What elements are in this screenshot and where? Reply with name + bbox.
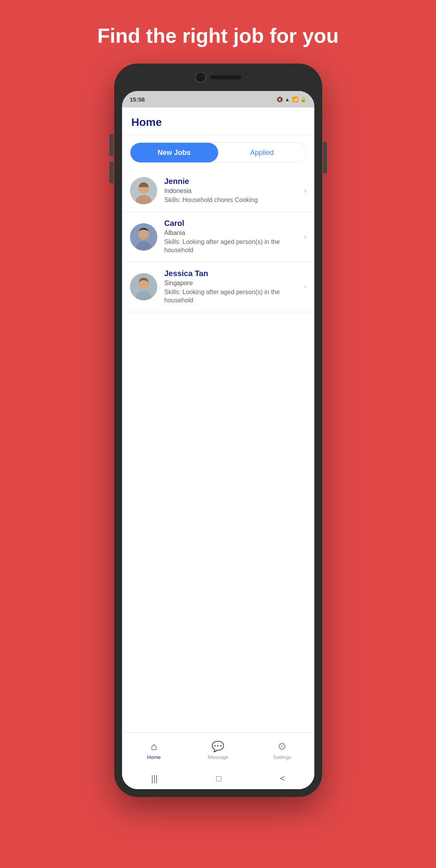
chevron-right-icon: › — [304, 233, 306, 240]
bottom-nav: ⌂ Home 💬 Message ⚙ Settings — [122, 732, 314, 768]
nav-home-label: Home — [147, 754, 161, 760]
avatar — [130, 223, 157, 251]
job-info: Carol Albania Skills: Looking after aged… — [164, 219, 301, 255]
page-headline: Find the right job for you — [82, 24, 354, 48]
android-back-button[interactable]: < — [280, 773, 285, 784]
chevron-right-icon: › — [304, 283, 306, 290]
home-icon: ⌂ — [151, 741, 157, 753]
android-home-button[interactable]: □ — [216, 773, 221, 784]
status-icons: 🔇 ▲ 📶 🔒 — [277, 96, 306, 102]
job-item[interactable]: Jennie Indonesia Skills: Household chore… — [122, 170, 314, 212]
tab-new-jobs[interactable]: New Jobs — [130, 143, 218, 162]
app-title: Home — [131, 116, 162, 128]
power-button — [323, 142, 327, 173]
nav-message-label: Message — [208, 754, 228, 760]
android-nav-bar: ||| □ < — [122, 768, 314, 789]
volume-up-button — [109, 134, 113, 156]
settings-icon: ⚙ — [277, 741, 286, 753]
job-skills: Skills: Household chores Cooking — [164, 196, 301, 204]
phone-shell: 15:58 🔇 ▲ 📶 🔒 Home New Jobs Applied — [114, 64, 322, 797]
job-applicant-name: Carol — [164, 219, 301, 228]
job-info: Jennie Indonesia Skills: Household chore… — [164, 177, 301, 204]
job-location: Indonesia — [164, 187, 301, 195]
job-skills: Skills: Looking after aged person(s) in … — [164, 238, 301, 255]
volume-down-button — [109, 162, 113, 183]
avatar — [130, 273, 157, 300]
job-item[interactable]: Carol Albania Skills: Looking after aged… — [122, 212, 314, 262]
job-item[interactable]: Jessica Tan Singapore Skills: Looking af… — [122, 262, 314, 312]
phone-screen: 15:58 🔇 ▲ 📶 🔒 Home New Jobs Applied — [122, 91, 314, 789]
signal-icon: 📶 — [292, 96, 298, 102]
job-skills: Skills: Looking after aged person(s) in … — [164, 288, 301, 305]
chevron-right-icon: › — [304, 187, 306, 194]
wifi-icon: ▲ — [285, 96, 290, 102]
status-time: 15:58 — [130, 96, 145, 103]
job-info: Jessica Tan Singapore Skills: Looking af… — [164, 269, 301, 305]
job-location: Albania — [164, 229, 301, 237]
nav-message[interactable]: 💬 Message — [186, 741, 250, 760]
tab-applied[interactable]: Applied — [218, 143, 306, 162]
job-applicant-name: Jennie — [164, 177, 301, 186]
battery-icon: 🔒 — [300, 96, 306, 102]
tab-switcher: New Jobs Applied — [130, 142, 306, 163]
job-list: Jennie Indonesia Skills: Household chore… — [122, 170, 314, 732]
job-location: Singapore — [164, 280, 301, 287]
job-applicant-name: Jessica Tan — [164, 269, 301, 278]
message-icon: 💬 — [212, 741, 224, 753]
status-bar: 15:58 🔇 ▲ 📶 🔒 — [122, 91, 314, 107]
mute-icon: 🔇 — [277, 96, 283, 102]
nav-home[interactable]: ⌂ Home — [122, 741, 186, 760]
camera-area — [195, 72, 241, 83]
phone-top-bar — [114, 64, 322, 91]
avatar — [130, 177, 157, 204]
nav-settings[interactable]: ⚙ Settings — [250, 741, 314, 760]
android-recent-button[interactable]: ||| — [151, 773, 158, 784]
app-header: Home — [122, 107, 314, 135]
app-content: Home New Jobs Applied — [122, 107, 314, 789]
camera-lens — [195, 72, 206, 83]
speaker-bar — [210, 75, 241, 79]
nav-settings-label: Settings — [273, 754, 291, 760]
